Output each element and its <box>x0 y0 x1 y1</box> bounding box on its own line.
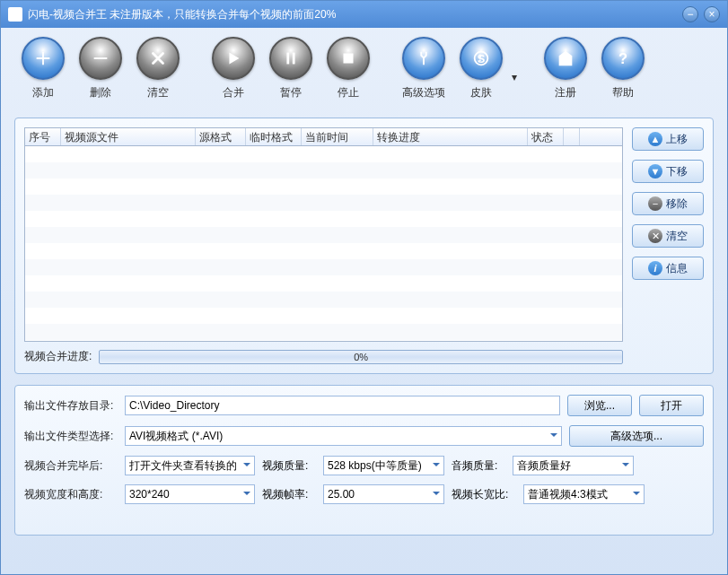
minimize-button[interactable]: − <box>682 6 698 22</box>
help-button[interactable]: ?帮助 <box>594 37 652 118</box>
output-dir-input[interactable]: C:\Video_Directory <box>125 396 560 415</box>
register-button[interactable]: 注册 <box>537 37 594 118</box>
move-up-button[interactable]: ▲上移 <box>632 127 704 151</box>
pause-icon <box>269 37 312 80</box>
file-table-body <box>25 146 622 342</box>
aspect-select[interactable]: 普通视频4:3模式 <box>523 484 645 504</box>
remove-icon <box>79 37 122 80</box>
column-header[interactable]: 转换进度 <box>373 128 528 145</box>
audio-quality-label: 音频质量: <box>452 458 505 474</box>
clear-icon <box>136 37 180 80</box>
remove-button[interactable]: 删除 <box>72 37 129 118</box>
svg-rect-1 <box>286 53 289 65</box>
column-header[interactable]: 状态 <box>528 128 564 145</box>
size-select[interactable]: 320*240 <box>125 484 255 504</box>
clear-button[interactable]: 清空 <box>129 37 187 118</box>
move-down-button[interactable]: ▼下移 <box>632 160 704 183</box>
remove-item-button[interactable]: −移除 <box>632 192 704 215</box>
after-merge-select[interactable]: 打开文件夹查看转换的 <box>125 456 255 475</box>
column-header[interactable]: 源格式 <box>196 128 246 145</box>
merge-icon <box>212 37 255 80</box>
audio-quality-select[interactable]: 音频质量好 <box>513 456 634 475</box>
size-label: 视频宽度和高度: <box>24 487 118 502</box>
svg-rect-0 <box>94 57 108 59</box>
after-merge-label: 视频合并完毕后: <box>24 458 118 474</box>
info-button[interactable]: i信息 <box>632 257 704 280</box>
svg-rect-3 <box>344 54 354 64</box>
fps-select[interactable]: 25.00 <box>323 484 444 504</box>
adv-icon <box>402 37 445 80</box>
add-button[interactable]: 添加 <box>14 37 72 118</box>
column-header[interactable]: 临时格式 <box>246 128 302 145</box>
column-header[interactable]: 视频源文件 <box>61 128 196 145</box>
merge-progress-bar: 0% <box>99 350 623 364</box>
advanced-options-button[interactable]: 高级选项... <box>569 425 704 447</box>
column-header[interactable]: 当前时间 <box>302 128 373 145</box>
column-header[interactable]: 序号 <box>25 128 61 145</box>
adv-button[interactable]: 高级选项 <box>395 37 452 118</box>
progress-label: 视频合并进度: <box>24 349 92 364</box>
column-header[interactable] <box>564 128 580 145</box>
add-icon <box>22 37 65 80</box>
output-type-select[interactable]: AVI视频格式 (*.AVI) <box>125 426 562 446</box>
svg-text:?: ? <box>618 50 627 66</box>
open-button[interactable]: 打开 <box>639 395 704 416</box>
help-icon: ? <box>601 37 645 80</box>
merge-button[interactable]: 合并 <box>205 37 262 118</box>
svg-rect-2 <box>293 53 295 65</box>
browse-button[interactable]: 浏览... <box>567 395 632 416</box>
stop-button[interactable]: 停止 <box>320 37 377 118</box>
svg-text:S: S <box>478 52 486 65</box>
aspect-label: 视频长宽比: <box>452 487 516 502</box>
skin-button[interactable]: S皮肤 <box>452 37 510 118</box>
close-button[interactable]: × <box>704 6 720 22</box>
register-icon <box>544 37 587 80</box>
video-quality-label: 视频质量: <box>262 458 316 474</box>
window-title: 闪电-视频合并王 未注册版本，只能转换合并每个视频的前面20% <box>28 7 677 22</box>
pause-button[interactable]: 暂停 <box>262 37 320 118</box>
app-icon <box>8 7 22 22</box>
stop-icon <box>327 37 370 80</box>
skin-dropdown-arrow[interactable]: ▾ <box>510 56 519 99</box>
file-table[interactable]: 序号视频源文件源格式临时格式当前时间转换进度状态 <box>24 127 623 342</box>
output-type-label: 输出文件类型选择: <box>24 429 118 444</box>
video-quality-select[interactable]: 528 kbps(中等质量) <box>323 456 444 475</box>
skin-icon: S <box>460 37 503 80</box>
fps-label: 视频帧率: <box>262 487 316 502</box>
output-dir-label: 输出文件存放目录: <box>24 398 118 414</box>
clear-list-button[interactable]: ✕清空 <box>632 224 704 248</box>
